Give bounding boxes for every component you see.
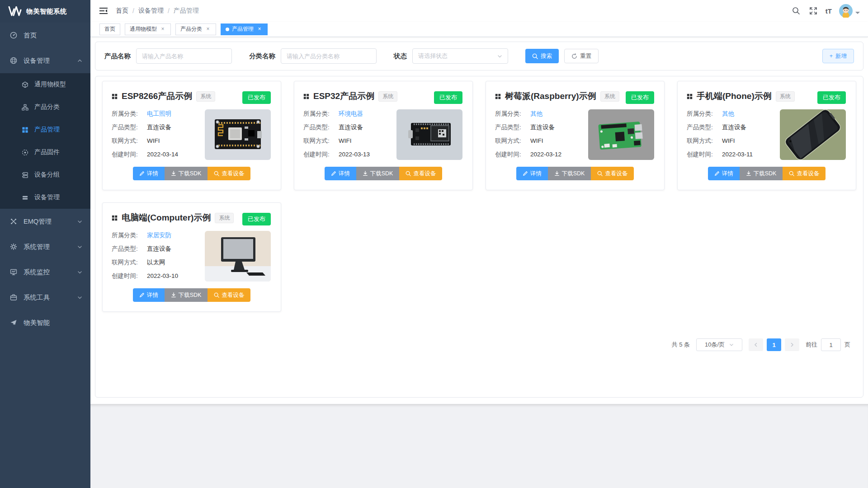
download-sdk-button[interactable]: 下载SDK (165, 288, 208, 302)
reset-button[interactable]: 重置 (564, 49, 599, 63)
fullscreen-icon[interactable] (808, 6, 818, 16)
group-icon (22, 172, 28, 178)
view-devices-button[interactable]: 查看设备 (591, 167, 634, 180)
category-name-input[interactable] (281, 48, 377, 64)
card-actions: 详情 下载SDK 查看设备 (495, 167, 655, 180)
product-card[interactable]: 电脑端(Computer)示例 系统 已发布 所属分类:家居安防 产品类型:直连… (102, 202, 281, 312)
sidebar-item-label: EMQ管理 (24, 217, 52, 226)
card-actions: 详情 下载SDK 查看设备 (687, 167, 847, 180)
detail-button[interactable]: 详情 (325, 167, 356, 180)
field-label: 所属分类: (112, 231, 147, 239)
status-select[interactable]: 请选择状态 (412, 48, 508, 64)
sidebar-item-label: 物美智能 (24, 319, 50, 327)
add-button[interactable]: + 新增 (822, 49, 854, 63)
sidebar-item-wumei-smart[interactable]: 物美智能 (0, 310, 90, 335)
category-link[interactable]: 家居安防 (147, 231, 171, 239)
detail-button[interactable]: 详情 (133, 288, 165, 302)
goto-label: 前往 (806, 341, 817, 349)
sidebar-item-label: 产品固件 (34, 148, 60, 156)
user-menu[interactable] (839, 4, 860, 18)
firmware-icon (22, 149, 28, 156)
sidebar-item-device-mgmt-sub[interactable]: 设备管理 (0, 186, 90, 209)
category-link[interactable]: 其他 (530, 110, 542, 118)
field-value: 2022-03-12 (530, 151, 561, 158)
collapse-sidebar-icon[interactable] (99, 7, 108, 14)
product-card[interactable]: 树莓派(Raspberry)示例 系统 已发布 所属分类:其他 产品类型:直连设… (486, 81, 665, 190)
search-button[interactable]: 搜索 (525, 49, 559, 63)
field-value: WIFI (147, 137, 160, 144)
download-sdk-button[interactable]: 下载SDK (356, 167, 400, 180)
product-image-phone (780, 109, 846, 160)
field-value: WIFI (339, 137, 352, 144)
detail-button[interactable]: 详情 (516, 167, 548, 180)
breadcrumb-home[interactable]: 首页 (116, 7, 128, 15)
close-icon[interactable]: × (205, 26, 211, 33)
sidebar-item-system-monitor[interactable]: 系统监控 (0, 259, 90, 285)
view-devices-button[interactable]: 查看设备 (783, 167, 826, 180)
download-sdk-button[interactable]: 下载SDK (548, 167, 591, 180)
tab-product-category[interactable]: 产品分类 × (175, 23, 216, 35)
sidebar-item-product-mgmt[interactable]: 产品管理 (0, 118, 90, 141)
close-icon[interactable]: × (256, 26, 263, 33)
sidebar-item-home[interactable]: 首页 (0, 23, 90, 48)
sidebar-item-product-firmware[interactable]: 产品固件 (0, 141, 90, 164)
product-card[interactable]: 手机端(Phone)示例 系统 已发布 所属分类:其他 产品类型:直连设备 联网… (677, 81, 856, 190)
chevron-left-icon (754, 343, 758, 347)
view-devices-button[interactable]: 查看设备 (208, 288, 250, 302)
filter-panel: 产品名称 分类名称 状态 请选择状态 搜索 重置 (95, 42, 863, 70)
next-page-button[interactable] (785, 338, 799, 351)
devices-button-label: 查看设备 (413, 170, 436, 178)
prev-page-button[interactable] (749, 338, 763, 351)
sidebar-item-device-group[interactable]: 设备分组 (0, 164, 90, 186)
system-tag: 系统 (600, 91, 619, 102)
sidebar-item-thing-model[interactable]: 通用物模型 (0, 73, 90, 96)
view-devices-button[interactable]: 查看设备 (208, 167, 250, 180)
active-tab-dot (226, 28, 229, 31)
category-link[interactable]: 电工照明 (147, 110, 171, 118)
product-card[interactable]: ESP32产品示例 系统 已发布 所属分类:环境电器 产品类型:直连设备 联网方… (294, 81, 473, 190)
font-size-icon[interactable]: tT (826, 7, 832, 15)
device-list-icon (22, 194, 28, 201)
sidebar-item-product-category[interactable]: 产品分类 (0, 96, 90, 118)
field-value: 2022-03-13 (339, 151, 370, 158)
sidebar-item-system-mgmt[interactable]: 系统管理 (0, 234, 90, 259)
grid-icon (303, 94, 309, 99)
breadcrumb-current: 产品管理 (174, 7, 199, 15)
status-select-placeholder: 请选择状态 (418, 52, 448, 60)
chevron-down-icon (729, 343, 734, 347)
tab-label: 通用物模型 (130, 25, 157, 33)
field-label: 产品类型: (495, 123, 530, 131)
app-logo[interactable]: 物美智能系统 (0, 0, 90, 23)
chevron-down-icon (77, 295, 82, 300)
dashboard-icon (10, 32, 17, 39)
page-size-select[interactable]: 10条/页 (696, 338, 742, 351)
status-label: 状态 (394, 52, 407, 61)
tab-thing-model[interactable]: 通用物模型 × (125, 23, 171, 35)
tags-view-bar: 首页 通用物模型 × 产品分类 × 产品管理 × (90, 22, 868, 37)
product-card[interactable]: ESP8266产品示例 系统 已发布 所属分类:电工照明 产品类型:直连设备 联… (102, 81, 281, 190)
chevron-down-icon (77, 244, 82, 249)
tab-product-mgmt[interactable]: 产品管理 × (221, 23, 268, 35)
devices-button-label: 查看设备 (605, 170, 627, 178)
reset-button-label: 重置 (580, 52, 591, 60)
field-value: 2022-03-11 (722, 151, 753, 158)
download-sdk-button[interactable]: 下载SDK (740, 167, 783, 180)
search-icon[interactable] (791, 6, 801, 16)
goto-page-input[interactable] (821, 338, 841, 351)
sidebar-item-device-mgmt[interactable]: 设备管理 (0, 48, 90, 73)
detail-button[interactable]: 详情 (708, 167, 740, 180)
breadcrumb-device-mgmt[interactable]: 设备管理 (138, 7, 164, 15)
tab-home[interactable]: 首页 (99, 23, 120, 35)
sidebar-item-system-tools[interactable]: 系统工具 (0, 285, 90, 310)
product-name-input[interactable] (136, 48, 232, 64)
view-devices-button[interactable]: 查看设备 (399, 167, 442, 180)
detail-button[interactable]: 详情 (133, 167, 165, 180)
sidebar-item-emq-mgmt[interactable]: EMQ管理 (0, 209, 90, 234)
field-label: 产品类型: (687, 123, 722, 131)
category-link[interactable]: 环境电器 (339, 110, 363, 118)
category-link[interactable]: 其他 (722, 110, 734, 118)
page-number-1[interactable]: 1 (767, 338, 781, 351)
field-value: 直连设备 (339, 123, 363, 131)
download-sdk-button[interactable]: 下载SDK (165, 167, 208, 180)
close-icon[interactable]: × (160, 26, 166, 33)
